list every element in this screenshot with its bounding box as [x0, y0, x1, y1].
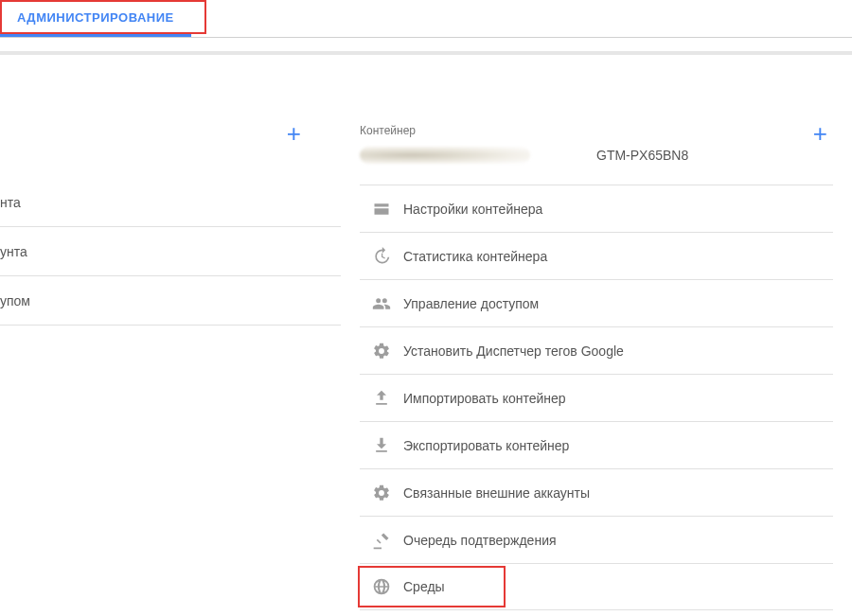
import-container-item[interactable]: Импортировать контейнер [360, 374, 833, 421]
menu-label: Импортировать контейнер [403, 391, 566, 406]
people-icon [360, 294, 403, 313]
account-item[interactable]: нта [0, 178, 341, 227]
container-name-redacted [360, 147, 530, 164]
add-account-button[interactable]: + [287, 121, 301, 146]
history-icon [360, 247, 403, 266]
install-gtm-item[interactable]: Установить Диспетчер тегов Google [360, 326, 833, 374]
container-settings-item[interactable]: Настройки контейнера [360, 185, 833, 232]
container-id: GTM-PX65BN8 [596, 148, 688, 163]
menu-label: Статистика контейнера [403, 249, 547, 264]
container-section-label: Контейнер [360, 124, 833, 137]
menu-label: Установить Диспетчер тегов Google [403, 343, 624, 359]
container-stats-item[interactable]: Статистика контейнера [360, 232, 833, 279]
menu-label: Экспортировать контейнер [403, 438, 569, 453]
globe-icon [360, 577, 403, 596]
menu-label: Среды [403, 579, 445, 594]
container-header: GTM-PX65BN8 [360, 147, 833, 164]
add-container-button[interactable]: + [813, 121, 827, 146]
export-container-item[interactable]: Экспортировать контейнер [360, 421, 833, 468]
account-item[interactable]: унта [0, 227, 341, 276]
access-management-item[interactable]: Управление доступом [360, 279, 833, 326]
download-icon [360, 436, 403, 455]
menu-label: Управление доступом [403, 296, 539, 311]
approval-queue-item[interactable]: Очередь подтверждения [360, 516, 833, 563]
container-menu: Настройки контейнера Статистика контейне… [360, 185, 833, 610]
menu-label: Настройки контейнера [403, 202, 542, 217]
environments-item[interactable]: Среды [360, 563, 833, 610]
gavel-icon [360, 531, 403, 550]
upload-icon [360, 389, 403, 408]
account-item[interactable]: упом [0, 276, 341, 326]
gear-icon [360, 484, 403, 502]
container-column: + Контейнер GTM-PX65BN8 Настройки контей… [341, 55, 852, 616]
tab-highlight-box [0, 0, 206, 34]
content-area: + нта унта упом + Контейнер GTM-PX65BN8 … [0, 55, 852, 616]
menu-label: Связанные внешние аккаунты [403, 485, 590, 501]
menu-label: Очередь подтверждения [403, 533, 557, 548]
account-menu: нта унта упом [0, 178, 341, 326]
external-accounts-item[interactable]: Связанные внешние аккаунты [360, 468, 833, 516]
account-column: + нта унта упом [0, 55, 341, 616]
gear-icon [360, 342, 403, 361]
browser-icon [360, 200, 403, 219]
